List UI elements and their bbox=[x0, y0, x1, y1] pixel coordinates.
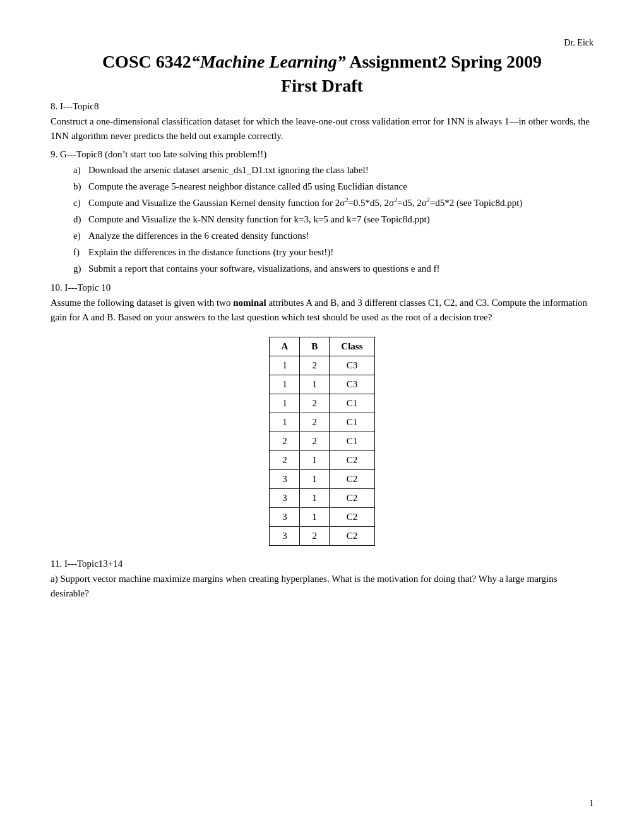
cell-class: C2 bbox=[330, 508, 374, 527]
table-row: 31C2 bbox=[270, 489, 374, 508]
problem-8: 8. I---Topic8 Construct a one-dimensiona… bbox=[51, 101, 593, 143]
title-italic-text: Machine Learning bbox=[200, 52, 337, 71]
cell-class: C2 bbox=[330, 527, 374, 546]
cell-a: 2 bbox=[270, 451, 300, 470]
title-rest: Assignment2 Spring 2009 bbox=[346, 52, 542, 71]
problem-9: 9. G---Topic8 (don’t start too late solv… bbox=[51, 149, 593, 276]
cell-a: 3 bbox=[270, 527, 300, 546]
cell-b: 1 bbox=[300, 375, 330, 394]
cell-class: C3 bbox=[330, 375, 374, 394]
page-number: 1 bbox=[589, 799, 593, 809]
table-row: 11C3 bbox=[270, 375, 374, 394]
col-header-b: B bbox=[300, 337, 330, 356]
col-header-a: A bbox=[270, 337, 300, 356]
author-line: Dr. Eick bbox=[51, 38, 593, 48]
cell-b: 2 bbox=[300, 527, 330, 546]
col-header-class: Class bbox=[330, 337, 374, 356]
problem-9-list: Download the arsenic dataset arsenic_ds1… bbox=[51, 162, 593, 276]
cell-class: C3 bbox=[330, 356, 374, 375]
cell-class: C2 bbox=[330, 470, 374, 489]
table-row: 22C1 bbox=[270, 432, 374, 451]
cell-b: 1 bbox=[300, 470, 330, 489]
cell-class: C2 bbox=[330, 451, 374, 470]
p9-item-d: Compute and Visualize the k-NN density f… bbox=[88, 212, 593, 227]
cell-class: C1 bbox=[330, 413, 374, 432]
subtitle: First Draft bbox=[51, 76, 593, 96]
problem-10: 10. I---Topic 10 Assume the following da… bbox=[51, 282, 593, 546]
cell-a: 3 bbox=[270, 470, 300, 489]
p9-item-e: Analyze the differences in the 6 created… bbox=[88, 228, 593, 243]
cell-a: 1 bbox=[270, 356, 300, 375]
cell-a: 3 bbox=[270, 508, 300, 527]
cell-a: 3 bbox=[270, 489, 300, 508]
problem-8-label: 8. I---Topic8 bbox=[51, 101, 593, 112]
p9-item-b: Compute the average 5-nearest neighbor d… bbox=[88, 179, 593, 194]
cell-a: 1 bbox=[270, 375, 300, 394]
table-row: 12C3 bbox=[270, 356, 374, 375]
cell-b: 1 bbox=[300, 489, 330, 508]
p9-item-a: Download the arsenic dataset arsenic_ds1… bbox=[88, 162, 593, 178]
cell-a: 1 bbox=[270, 413, 300, 432]
table-row: 12C1 bbox=[270, 394, 374, 413]
problem-11-text: a) Support vector machine maximize margi… bbox=[51, 572, 593, 600]
nominal-bold: nominal bbox=[233, 298, 266, 308]
problem-11: 11. I---Topic13+14 a) Support vector mac… bbox=[51, 559, 593, 600]
cell-b: 2 bbox=[300, 413, 330, 432]
table-row: 21C2 bbox=[270, 451, 374, 470]
dataset-table: A B Class 12C311C312C112C122C121C231C231… bbox=[269, 337, 374, 546]
table-row: 32C2 bbox=[270, 527, 374, 546]
cell-b: 1 bbox=[300, 508, 330, 527]
cell-a: 1 bbox=[270, 394, 300, 413]
title-italic: “Machine Learning” bbox=[191, 52, 346, 71]
table-row: 31C2 bbox=[270, 508, 374, 527]
p9-item-f: Explain the differences in the distance … bbox=[88, 245, 593, 260]
author-text: Dr. Eick bbox=[564, 38, 593, 47]
cell-a: 2 bbox=[270, 432, 300, 451]
p9-item-g: Submit a report that contains your softw… bbox=[88, 261, 593, 276]
problem-11-label: 11. I---Topic13+14 bbox=[51, 559, 593, 569]
cell-b: 1 bbox=[300, 451, 330, 470]
table-row: 31C2 bbox=[270, 470, 374, 489]
cell-class: C1 bbox=[330, 432, 374, 451]
subtitle-text: First Draft bbox=[281, 76, 363, 95]
cell-class: C2 bbox=[330, 489, 374, 508]
cell-class: C1 bbox=[330, 394, 374, 413]
table-container: A B Class 12C311C312C112C122C121C231C231… bbox=[51, 337, 593, 546]
problem-9-label: 9. G---Topic8 (don’t start too late solv… bbox=[51, 149, 593, 160]
problem-10-label: 10. I---Topic 10 bbox=[51, 282, 593, 293]
cell-b: 2 bbox=[300, 356, 330, 375]
main-title: COSC 6342“Machine Learning” Assignment2 … bbox=[51, 51, 593, 73]
course-code: COSC 6342 bbox=[102, 52, 191, 71]
cell-b: 2 bbox=[300, 432, 330, 451]
cell-b: 2 bbox=[300, 394, 330, 413]
problem-10-text: Assume the following dataset is given wi… bbox=[51, 296, 593, 324]
table-row: 12C1 bbox=[270, 413, 374, 432]
problem-8-text: Construct a one-dimensional classificati… bbox=[51, 114, 593, 143]
p9-item-c: Compute and Visualize the Gaussian Kerne… bbox=[88, 195, 593, 210]
